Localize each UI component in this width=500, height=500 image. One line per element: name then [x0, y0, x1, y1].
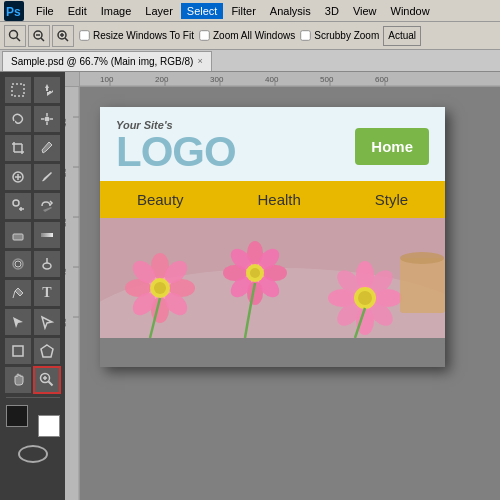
- menu-edit[interactable]: Edit: [62, 3, 93, 19]
- gradient-tool[interactable]: [33, 221, 61, 249]
- svg-line-38: [49, 382, 53, 386]
- tab-close-btn[interactable]: ×: [197, 56, 202, 66]
- svg-text:Ps: Ps: [6, 5, 21, 19]
- ellipse-icon[interactable]: [18, 445, 48, 463]
- background-color[interactable]: [38, 415, 60, 437]
- ruler-vertical: 10 20 30 40 50: [65, 87, 80, 500]
- resize-windows-label[interactable]: Resize Windows To Fit: [78, 29, 194, 42]
- wp-nav-health: Health: [237, 189, 320, 210]
- wp-header: Your Site's LOGO Home: [100, 107, 445, 181]
- svg-text:100: 100: [100, 75, 114, 84]
- history-brush-tool[interactable]: [33, 192, 61, 220]
- color-swatches: [6, 405, 60, 437]
- scrubby-zoom-checkbox[interactable]: [301, 30, 311, 40]
- pen-tool[interactable]: [4, 279, 32, 307]
- svg-point-29: [15, 261, 21, 267]
- svg-text:30: 30: [65, 218, 68, 227]
- tool-row-6: [4, 221, 61, 249]
- svg-line-3: [17, 37, 21, 41]
- scrubby-zoom-label[interactable]: Scrubby Zoom: [299, 29, 379, 42]
- svg-point-25: [13, 200, 19, 206]
- svg-point-2: [10, 30, 18, 38]
- svg-text:10: 10: [65, 118, 68, 127]
- main-area: T: [0, 72, 500, 500]
- zoom-options-icon: [4, 25, 26, 47]
- magic-wand-tool[interactable]: [33, 105, 61, 133]
- wp-image-area: [100, 218, 445, 338]
- tool-row-8: T: [4, 279, 61, 307]
- svg-text:50: 50: [65, 318, 68, 327]
- svg-text:40: 40: [65, 268, 68, 277]
- resize-windows-checkbox[interactable]: [79, 30, 89, 40]
- zoom-in-btn[interactable]: [52, 25, 74, 47]
- crop-tool[interactable]: [4, 134, 32, 162]
- path-select-tool[interactable]: [4, 308, 32, 336]
- svg-marker-33: [13, 317, 23, 328]
- zoom-all-windows-checkbox[interactable]: [199, 30, 209, 40]
- menu-window[interactable]: Window: [385, 3, 436, 19]
- menu-3d[interactable]: 3D: [319, 3, 345, 19]
- tool-row-4: [4, 163, 61, 191]
- svg-line-10: [65, 38, 68, 41]
- move-tool[interactable]: [33, 76, 61, 104]
- wp-logo-text: LOGO: [116, 131, 236, 173]
- svg-text:500: 500: [320, 75, 334, 84]
- eyedropper-tool[interactable]: [33, 134, 61, 162]
- direct-select-tool[interactable]: [33, 308, 61, 336]
- tool-row-9: [4, 308, 61, 336]
- svg-rect-27: [41, 233, 53, 237]
- menu-layer[interactable]: Layer: [139, 3, 179, 19]
- zoom-out-btn[interactable]: [28, 25, 50, 47]
- canvas-document: Your Site's LOGO Home Beauty Health Styl…: [80, 87, 500, 500]
- tool-row-2: [4, 105, 61, 133]
- svg-line-6: [41, 38, 44, 41]
- svg-text:300: 300: [210, 75, 224, 84]
- magnifier-icon: [8, 29, 22, 43]
- wp-home-button: Home: [355, 128, 429, 165]
- tool-separator: [6, 397, 60, 398]
- menu-filter[interactable]: Filter: [225, 3, 261, 19]
- lasso-tool[interactable]: [4, 105, 32, 133]
- tool-row-11: [4, 366, 61, 394]
- custom-shape-tool[interactable]: [33, 337, 61, 365]
- clone-tool[interactable]: [4, 192, 32, 220]
- hand-tool[interactable]: [4, 366, 32, 394]
- options-bar: Resize Windows To Fit Zoom All Windows S…: [0, 22, 500, 50]
- svg-point-30: [43, 263, 51, 269]
- marquee-tool[interactable]: [4, 76, 32, 104]
- text-tool[interactable]: T: [33, 279, 61, 307]
- menu-select[interactable]: Select: [181, 3, 224, 19]
- menu-view[interactable]: View: [347, 3, 383, 19]
- tool-row-10: [4, 337, 61, 365]
- zoom-tool[interactable]: [33, 366, 61, 394]
- brush-tool[interactable]: [33, 163, 61, 191]
- menu-file[interactable]: File: [30, 3, 60, 19]
- foreground-color[interactable]: [6, 405, 28, 427]
- menu-image[interactable]: Image: [95, 3, 138, 19]
- menu-items: File Edit Image Layer Select Filter Anal…: [30, 3, 436, 19]
- document-tab[interactable]: Sample.psd @ 66.7% (Main img, RGB/8) ×: [2, 51, 212, 71]
- ellipse-shape-indicator: [6, 442, 60, 466]
- ruler-horizontal: 100 200 300 400 500 600: [80, 72, 500, 87]
- tool-row-3: [4, 134, 61, 162]
- tool-row-1: [4, 76, 61, 104]
- blur-tool[interactable]: [4, 250, 32, 278]
- zoom-tool-group: [4, 25, 74, 47]
- svg-marker-12: [45, 84, 53, 96]
- svg-text:200: 200: [155, 75, 169, 84]
- left-toolbar: T: [0, 72, 65, 500]
- zoom-all-windows-label[interactable]: Zoom All Windows: [198, 29, 295, 42]
- svg-rect-35: [13, 346, 23, 356]
- canvas-area: 100 200 300 400 500 600 10 20: [65, 72, 500, 500]
- actual-pixels-btn[interactable]: Actual: [383, 26, 421, 46]
- dodge-tool[interactable]: [33, 250, 61, 278]
- svg-rect-100: [400, 258, 445, 313]
- shape-tool[interactable]: [4, 337, 32, 365]
- svg-rect-26: [13, 234, 23, 240]
- svg-marker-34: [42, 317, 52, 328]
- menu-analysis[interactable]: Analysis: [264, 3, 317, 19]
- eraser-tool[interactable]: [4, 221, 32, 249]
- healing-tool[interactable]: [4, 163, 32, 191]
- svg-point-101: [400, 252, 444, 264]
- ruler-corner: [65, 72, 80, 87]
